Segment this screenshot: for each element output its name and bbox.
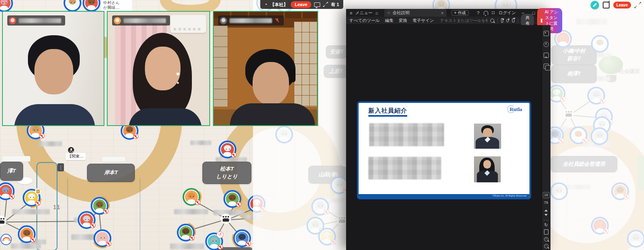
screen: 澤T岸本T松本Tしりとり山田(香)安藤T上原T小橋/中村萩谷T相澤T全社員総会登… bbox=[0, 0, 644, 250]
video-tile-2[interactable] bbox=[107, 11, 210, 126]
comments-icon[interactable] bbox=[544, 53, 549, 58]
home-icon[interactable]: ⌂ bbox=[374, 11, 379, 15]
expand-icon[interactable]: ↗↗ bbox=[323, 2, 328, 7]
fit-page-icon[interactable] bbox=[544, 229, 548, 235]
air-conditioner bbox=[170, 15, 206, 33]
blurred-tooltip bbox=[102, 156, 125, 162]
avatar bbox=[220, 17, 227, 24]
all-tools-menu[interactable]: すべてのツール bbox=[349, 18, 380, 24]
user-avatar[interactable] bbox=[219, 141, 236, 158]
muted-mic-badge bbox=[246, 241, 251, 246]
redacted-text-block bbox=[369, 123, 444, 146]
room-label[interactable]: 松本Tしりとり bbox=[202, 162, 251, 184]
redacted-text-block bbox=[368, 157, 441, 179]
room-label-text: しりとり bbox=[216, 173, 238, 181]
user-avatar[interactable] bbox=[91, 197, 108, 215]
previous-page-button[interactable] bbox=[544, 208, 548, 212]
avatar bbox=[9, 17, 16, 24]
beer-reaction-badge bbox=[35, 188, 41, 194]
page-total: 79 bbox=[544, 201, 548, 205]
pdf-slide: 新入社員紹介 Rutla ©Rutla Inc. All Rights Rese… bbox=[357, 101, 531, 199]
acrobat-toolbar: すべてのツール 編集 変換 電子サイン 共有 AI アシスタントに質問 bbox=[346, 17, 550, 25]
next-page-button[interactable] bbox=[544, 214, 548, 218]
user-avatar[interactable] bbox=[233, 229, 251, 247]
blurred-tooltip bbox=[2, 156, 30, 162]
star-icon[interactable]: ☆ bbox=[387, 11, 391, 15]
esign-menu[interactable]: 電子サイン bbox=[412, 18, 434, 24]
fullscreen-icon[interactable]: ↗↗ bbox=[635, 2, 641, 8]
muted-mic-badge bbox=[236, 202, 241, 207]
blurred-name-label bbox=[170, 244, 204, 249]
room-label[interactable]: 岸本T bbox=[87, 164, 135, 182]
user-avatar[interactable] bbox=[0, 182, 15, 200]
camera-state-icon: ◔ bbox=[264, 2, 267, 7]
share-count-label: 有 1 bbox=[331, 2, 339, 8]
company-logo: Rutla bbox=[510, 106, 522, 113]
blurred-name-label bbox=[38, 141, 62, 146]
page-number-input[interactable]: 19 bbox=[543, 192, 550, 198]
menu-label[interactable]: メニュー bbox=[355, 10, 372, 16]
history-icon[interactable] bbox=[544, 42, 549, 47]
screenshare-icon[interactable] bbox=[314, 2, 320, 7]
user-avatar[interactable] bbox=[94, 229, 111, 247]
print-icon[interactable] bbox=[512, 19, 514, 22]
user-avatar[interactable] bbox=[23, 189, 40, 207]
slide-copyright: ©Rutla Inc. All Rights Reserved. bbox=[359, 194, 529, 198]
document-area: 新入社員紹介 Rutla ©Rutla Inc. All Rights Rese… bbox=[346, 25, 542, 250]
search-input[interactable] bbox=[439, 18, 489, 23]
participant-name-label bbox=[7, 15, 65, 26]
search-box[interactable] bbox=[439, 18, 494, 23]
muted-mic-badge bbox=[9, 194, 15, 199]
user-avatar[interactable] bbox=[183, 188, 200, 206]
mic-badge-icon bbox=[68, 147, 74, 153]
muted-mic-badge bbox=[90, 223, 96, 228]
avatar bbox=[114, 17, 121, 24]
video-tile-3[interactable] bbox=[213, 11, 318, 126]
muted-mic-badge bbox=[30, 237, 36, 242]
blurred-name-label bbox=[174, 209, 208, 214]
muted-mic-icon bbox=[274, 18, 280, 23]
blurred-name bbox=[123, 18, 166, 23]
video-tile-1[interactable] bbox=[2, 11, 104, 126]
hamburger-menu-icon[interactable]: ≡ bbox=[349, 11, 353, 15]
muted-mic-badge bbox=[218, 244, 223, 250]
muted-mic-badge bbox=[195, 200, 200, 205]
convert-menu[interactable]: 変換 bbox=[399, 18, 407, 24]
ai-assistant-icon bbox=[541, 19, 542, 23]
user-avatar[interactable] bbox=[177, 224, 195, 241]
user-avatar[interactable] bbox=[18, 225, 36, 243]
room-label[interactable]: 澤T bbox=[0, 162, 23, 181]
group-meeting-icon[interactable] bbox=[221, 214, 231, 224]
user-avatar[interactable] bbox=[78, 211, 96, 229]
kanto-room-tooltip[interactable]: 【関東… bbox=[66, 153, 86, 160]
zoom-in-icon[interactable]: + bbox=[544, 237, 548, 241]
leave-button[interactable]: Leave bbox=[291, 1, 311, 8]
edit-menu[interactable]: 編集 bbox=[385, 18, 393, 24]
shoji-screen bbox=[214, 26, 227, 107]
open-external-icon[interactable]: ↗ bbox=[603, 2, 610, 9]
rainbow-sticker[interactable] bbox=[0, 234, 12, 245]
leave-button[interactable]: Leave bbox=[613, 2, 631, 9]
export-pdf-icon[interactable] bbox=[544, 31, 549, 36]
user-avatar[interactable]: ↺ bbox=[205, 233, 223, 250]
user-avatar[interactable] bbox=[223, 190, 241, 208]
edit-pencil-button[interactable] bbox=[591, 1, 599, 9]
tab-title: 会社説明 bbox=[393, 10, 410, 16]
blurred-name bbox=[230, 18, 272, 23]
rotate-page-icon[interactable]: ↻ bbox=[544, 223, 548, 227]
shoji-screen bbox=[294, 21, 317, 107]
participant-name-label bbox=[112, 15, 170, 26]
search-icon[interactable] bbox=[490, 19, 494, 23]
zoom-out-icon[interactable]: − bbox=[544, 244, 548, 248]
page-navigation: 19 79 ↻ + − bbox=[542, 192, 550, 248]
document-tab[interactable]: ☆ 会社説明 × bbox=[384, 9, 446, 17]
floor-seam bbox=[140, 178, 140, 250]
floor-seam bbox=[67, 178, 68, 250]
muted-mic-badge bbox=[106, 241, 111, 246]
organize-pages-icon[interactable] bbox=[544, 64, 549, 69]
blurred-name-label bbox=[11, 244, 41, 249]
kebab-menu-button[interactable]: ⋮ bbox=[57, 163, 64, 171]
muted-mic-badge bbox=[231, 152, 236, 158]
upload-cloud-icon[interactable] bbox=[506, 19, 509, 22]
save-icon[interactable] bbox=[501, 18, 503, 23]
